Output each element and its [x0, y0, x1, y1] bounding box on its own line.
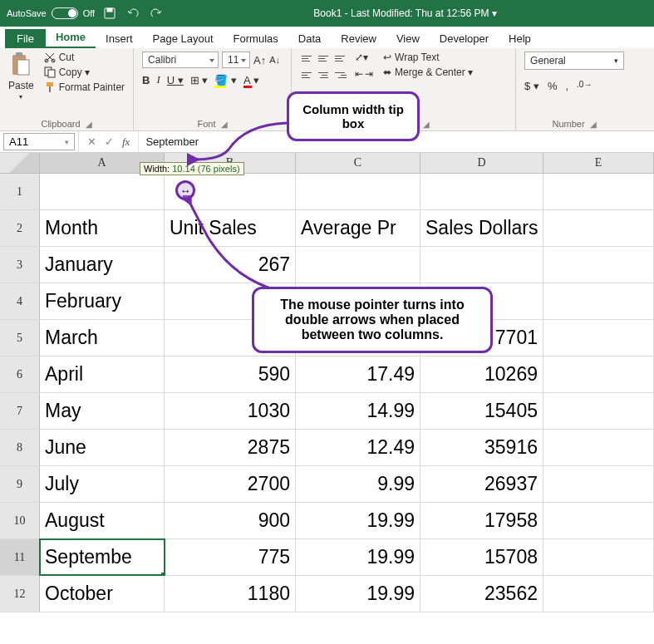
- column-header-d[interactable]: D: [420, 153, 543, 173]
- align-center-button[interactable]: [317, 68, 332, 81]
- tab-file[interactable]: File: [5, 29, 46, 48]
- tab-review[interactable]: Review: [331, 29, 386, 48]
- cell[interactable]: 19.99: [296, 576, 420, 612]
- spreadsheet-grid[interactable]: A B C D E 12MonthUnit SalesAverage PrSal…: [0, 153, 654, 612]
- comma-format-button[interactable]: ,: [565, 80, 568, 92]
- tab-view[interactable]: View: [386, 29, 430, 48]
- cell[interactable]: 267: [165, 247, 296, 283]
- cell[interactable]: [543, 576, 654, 612]
- cell[interactable]: March: [40, 320, 165, 356]
- cell[interactable]: 26937: [420, 466, 543, 502]
- italic-button[interactable]: I: [156, 73, 160, 86]
- cell[interactable]: [543, 430, 654, 465]
- bold-button[interactable]: B: [142, 74, 150, 86]
- cell[interactable]: 15708: [420, 539, 543, 575]
- orientation-button[interactable]: ⤢▾: [355, 52, 368, 65]
- align-bottom-button[interactable]: [333, 52, 348, 65]
- align-left-button[interactable]: [300, 68, 315, 81]
- row-header[interactable]: 7: [0, 393, 40, 429]
- merge-center-button[interactable]: ⬌Merge & Center ▾: [383, 66, 473, 78]
- cell[interactable]: 17958: [420, 503, 543, 538]
- underline-button[interactable]: U ▾: [167, 74, 184, 86]
- font-size-select[interactable]: 11: [222, 52, 250, 68]
- cell[interactable]: 12.49: [296, 430, 420, 465]
- align-middle-button[interactable]: [317, 52, 332, 65]
- cell[interactable]: 9.99: [296, 466, 420, 502]
- enter-formula-button[interactable]: ✓: [105, 135, 114, 148]
- row-header[interactable]: 1: [0, 174, 40, 209]
- row-header[interactable]: 10: [0, 503, 40, 538]
- cell[interactable]: 775: [165, 539, 296, 575]
- cell[interactable]: 2700: [165, 466, 296, 502]
- cell[interactable]: [543, 356, 654, 392]
- row-header[interactable]: 11: [0, 539, 40, 575]
- tab-page-layout[interactable]: Page Layout: [143, 29, 224, 48]
- cell[interactable]: 590: [165, 356, 296, 392]
- row-header[interactable]: 5: [0, 320, 40, 356]
- tab-formulas[interactable]: Formulas: [224, 29, 288, 48]
- tab-insert[interactable]: Insert: [96, 29, 143, 48]
- cell[interactable]: Average Pr: [296, 210, 420, 246]
- cell[interactable]: 23562: [420, 576, 543, 612]
- cell[interactable]: [543, 466, 654, 502]
- cell[interactable]: 1030: [165, 393, 296, 429]
- cell[interactable]: October: [40, 576, 165, 612]
- increase-decimal-button[interactable]: .0→: [577, 80, 592, 92]
- borders-button[interactable]: ⊞ ▾: [190, 74, 209, 86]
- tab-help[interactable]: Help: [499, 29, 541, 48]
- redo-icon[interactable]: [150, 7, 163, 20]
- cell[interactable]: [543, 393, 654, 429]
- increase-font-button[interactable]: A↑: [253, 54, 266, 66]
- alignment-dialog-launcher[interactable]: ◢: [423, 120, 430, 129]
- cell[interactable]: Month: [40, 210, 165, 246]
- percent-format-button[interactable]: %: [548, 80, 558, 92]
- cell[interactable]: 900: [165, 503, 296, 538]
- cell[interactable]: 10269: [420, 356, 543, 392]
- cell[interactable]: [420, 247, 543, 283]
- cell[interactable]: 17.49: [296, 356, 420, 392]
- undo-icon[interactable]: [126, 7, 140, 20]
- cell[interactable]: January: [40, 247, 165, 283]
- save-icon[interactable]: [103, 7, 116, 20]
- cell[interactable]: April: [40, 356, 165, 392]
- cell[interactable]: July: [40, 466, 165, 502]
- cut-button[interactable]: Cut: [44, 52, 125, 63]
- font-color-button[interactable]: A ▾: [243, 74, 259, 86]
- autosave-toggle[interactable]: AutoSave Off: [7, 7, 95, 19]
- copy-button[interactable]: Copy ▾: [44, 66, 125, 78]
- cell[interactable]: [543, 320, 654, 356]
- cell[interactable]: Sales Dollars: [420, 210, 543, 246]
- tab-data[interactable]: Data: [288, 29, 331, 48]
- name-box[interactable]: A11▾: [3, 133, 75, 150]
- row-header[interactable]: 8: [0, 430, 40, 465]
- row-header[interactable]: 12: [0, 576, 40, 612]
- wrap-text-button[interactable]: ↩Wrap Text: [383, 52, 473, 63]
- tab-developer[interactable]: Developer: [430, 29, 499, 48]
- cell[interactable]: 35916: [420, 430, 543, 465]
- cell[interactable]: [543, 503, 654, 538]
- decrease-indent-button[interactable]: ⇤: [355, 68, 363, 81]
- cell[interactable]: 19.99: [296, 539, 420, 575]
- number-format-select[interactable]: General▾: [524, 52, 624, 70]
- cell[interactable]: [420, 174, 543, 209]
- cell[interactable]: [543, 247, 654, 283]
- cell[interactable]: 1180: [165, 576, 296, 612]
- column-header-c[interactable]: C: [296, 153, 420, 173]
- column-header-e[interactable]: E: [543, 153, 654, 173]
- decrease-font-button[interactable]: A↓: [269, 55, 280, 65]
- fill-color-button[interactable]: 🪣 ▾: [214, 74, 237, 86]
- row-header[interactable]: 9: [0, 466, 40, 502]
- accounting-format-button[interactable]: $ ▾: [524, 80, 539, 92]
- cell[interactable]: June: [40, 430, 165, 465]
- cell[interactable]: 14.99: [296, 393, 420, 429]
- toggle-switch-icon[interactable]: [52, 7, 78, 19]
- row-header[interactable]: 2: [0, 210, 40, 246]
- align-top-button[interactable]: [300, 52, 315, 65]
- fx-icon[interactable]: fx: [122, 135, 130, 149]
- cell[interactable]: [296, 247, 420, 283]
- font-dialog-launcher[interactable]: ◢: [221, 120, 228, 129]
- row-header[interactable]: 3: [0, 247, 40, 283]
- cell[interactable]: [543, 283, 654, 319]
- cell[interactable]: [296, 174, 420, 209]
- paste-button[interactable]: Paste ▾: [8, 52, 39, 101]
